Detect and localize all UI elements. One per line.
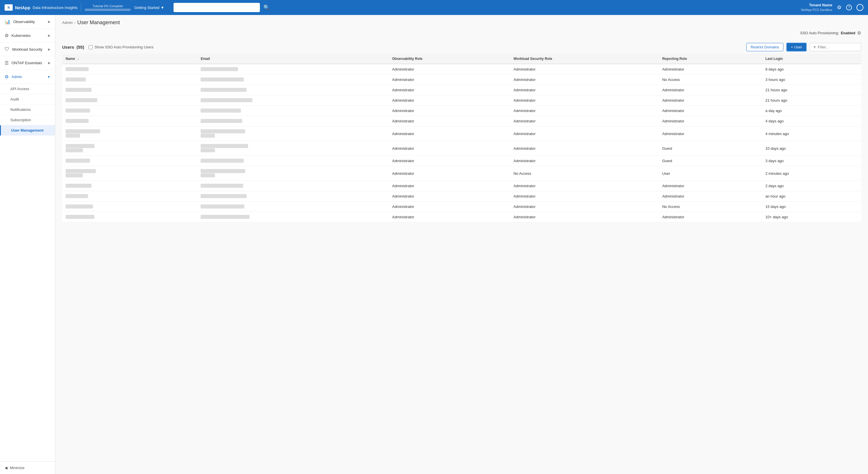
cell-email (197, 106, 389, 116)
table-row[interactable]: Administrator Administrator Administrato… (62, 95, 861, 106)
cell-obs-role: Administrator (389, 95, 510, 106)
table-row[interactable]: Administrator Administrator Administrato… (62, 116, 861, 126)
cell-last-login: 21 hours ago (762, 85, 861, 95)
search-input[interactable] (174, 3, 260, 12)
blurred-email-sub (200, 148, 215, 152)
blurred-email (200, 98, 252, 102)
col-reporting-role: Reporting Role (659, 54, 762, 64)
sso-label: SSO Auto Provisioning: (800, 31, 839, 35)
page-header: SSO Auto Provisioning: Enabled ⚙ (55, 28, 868, 40)
gear-icon: ⚙ (837, 4, 841, 11)
cell-email (197, 212, 389, 222)
blurred-name (66, 78, 86, 82)
account-icon-button[interactable]: 👤 (857, 4, 863, 11)
chevron-down-icon: ▼ (47, 75, 50, 79)
sidebar-item-admin[interactable]: ⚙ Admin ▼ (0, 70, 55, 84)
cell-rep-role: Administrator (659, 181, 762, 191)
breadcrumb: Admin / User Management (55, 15, 868, 28)
cell-email (197, 126, 389, 141)
table-row[interactable]: Administrator Administrator Guest 3 days… (62, 156, 861, 166)
col-name[interactable]: Name ↓ (62, 54, 197, 64)
blurred-name (66, 204, 93, 208)
sidebar-item-observability[interactable]: 📊 Observability ▶ (0, 15, 55, 29)
sidebar-item-label: Observability (13, 20, 35, 24)
tutorial-bar: Tutorial 0% Complete (85, 4, 131, 11)
cell-rep-role: Administrator (659, 85, 762, 95)
table-row[interactable]: Administrator Administrator Administrato… (62, 85, 861, 95)
cell-obs-role: Administrator (389, 141, 510, 156)
filter-input[interactable] (818, 43, 858, 51)
settings-icon-button[interactable]: ⚙ (837, 4, 841, 11)
blurred-name (66, 194, 88, 198)
table-header-row: Name ↓ Email Observability Role Workload… (62, 54, 861, 64)
table-row[interactable]: Administrator Administrator Administrato… (62, 181, 861, 191)
add-user-button[interactable]: + User (786, 42, 807, 52)
tutorial-progress-bar[interactable] (85, 9, 131, 11)
cell-last-login: an hour ago (762, 191, 861, 202)
sidebar-item-workload-security[interactable]: 🛡 Workload Security ▶ (0, 42, 55, 56)
sidebar-sub-item-notifications[interactable]: Notifications (0, 105, 55, 115)
table-row[interactable]: Administrator Administrator Guest 10 day… (62, 141, 861, 156)
table-row[interactable]: Administrator Administrator Administrato… (62, 191, 861, 202)
tenant-info: Tenant Name NetApp PCS Sandbox (801, 3, 832, 12)
cell-obs-role: Administrator (389, 116, 510, 126)
help-icon-button[interactable]: ? (846, 5, 852, 10)
blurred-email (200, 194, 247, 198)
blurred-email (200, 184, 243, 188)
show-sso-label[interactable]: Show SSO Auto Provisioning Users (89, 45, 153, 49)
table-row[interactable]: Administrator No Access User 2 minutes a… (62, 166, 861, 181)
sidebar-item-label: Admin (11, 75, 22, 79)
sidebar-sub-item-api-access[interactable]: API Access (0, 84, 55, 94)
cell-obs-role: Administrator (389, 64, 510, 75)
sidebar-sub-item-audit[interactable]: Audit (0, 94, 55, 105)
chevron-right-icon: ▶ (48, 48, 50, 51)
cell-ws-role: Administrator (510, 116, 659, 126)
sso-settings-icon[interactable]: ⚙ (857, 30, 861, 36)
sidebar-item-kubernetes[interactable]: ⚙ Kubernetes ▶ (0, 29, 55, 42)
cell-rep-role: Administrator (659, 116, 762, 126)
ontap-icon: ☰ (5, 60, 9, 66)
users-count: (55) (76, 45, 84, 50)
netapp-icon: N (5, 4, 13, 11)
sidebar-sub-item-user-management[interactable]: User Management (0, 125, 55, 136)
sidebar-item-ontap-essentials[interactable]: ☰ ONTAP Essentials ▶ (0, 56, 55, 70)
cell-name (62, 166, 197, 181)
cell-rep-role: Administrator (659, 212, 762, 222)
restrict-domains-button[interactable]: Restrict Domains (746, 43, 783, 51)
table-row[interactable]: Administrator Administrator No Access 3 … (62, 75, 861, 85)
minimize-button[interactable]: ◀ Minimize (0, 461, 55, 474)
blurred-name (66, 119, 89, 123)
sidebar-sub-item-subscription[interactable]: Subscription (0, 115, 55, 125)
show-sso-checkbox[interactable] (89, 45, 93, 49)
cell-ws-role: Administrator (510, 85, 659, 95)
cell-email (197, 202, 389, 212)
cell-rep-role: Guest (659, 141, 762, 156)
getting-started-button[interactable]: Getting Started ▼ (134, 5, 164, 10)
shield-icon: 🛡 (5, 47, 9, 52)
table-row[interactable]: Administrator Administrator Administrato… (62, 106, 861, 116)
users-bar: Users (55) Show SSO Auto Provisioning Us… (55, 40, 868, 54)
cell-obs-role: Administrator (389, 166, 510, 181)
blurred-name (66, 129, 100, 133)
breadcrumb-parent[interactable]: Admin (62, 21, 73, 25)
cell-obs-role: Administrator (389, 181, 510, 191)
show-sso-text: Show SSO Auto Provisioning Users (94, 45, 153, 49)
tutorial-label: Tutorial 0% Complete (93, 4, 123, 8)
table-row[interactable]: Administrator Administrator Administrato… (62, 212, 861, 222)
table-row[interactable]: Administrator Administrator Administrato… (62, 64, 861, 75)
table-row[interactable]: Administrator Administrator Administrato… (62, 126, 861, 141)
header-actions: Tenant Name NetApp PCS Sandbox ⚙ ? 👤 (801, 3, 863, 12)
blurred-name-sub (66, 134, 80, 138)
blurred-email (200, 88, 247, 92)
cell-ws-role: Administrator (510, 212, 659, 222)
cell-rep-role: Administrator (659, 95, 762, 106)
cell-email (197, 85, 389, 95)
search-icon-button[interactable]: 🔍 (264, 4, 270, 11)
blurred-name (66, 159, 90, 163)
table-row[interactable]: Administrator Administrator No Access 15… (62, 202, 861, 212)
cell-last-login: 2 minutes ago (762, 166, 861, 181)
blurred-email (200, 169, 245, 173)
cell-ws-role: Administrator (510, 156, 659, 166)
col-email: Email (197, 54, 389, 64)
main-layout: 📊 Observability ▶ ⚙ Kubernetes ▶ 🛡 Workl… (0, 15, 868, 474)
